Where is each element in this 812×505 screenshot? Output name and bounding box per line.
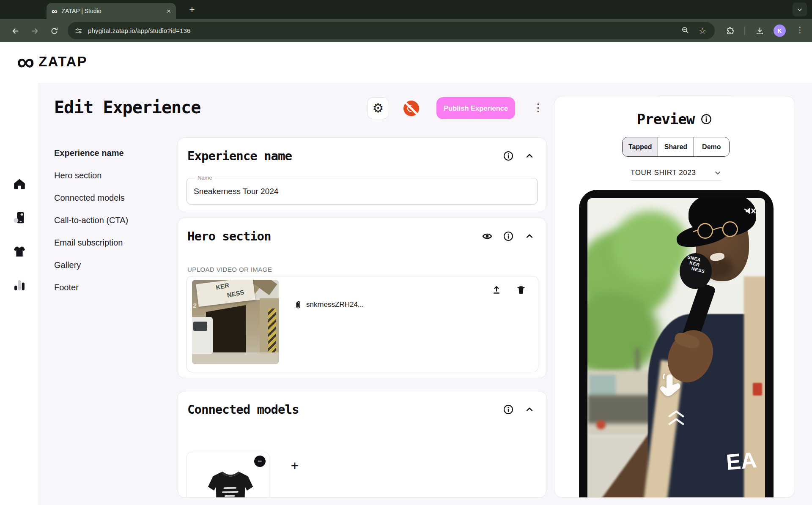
chevron-down-icon [713,169,722,177]
nav-item-gallery[interactable]: Gallery [54,254,164,276]
paperclip-icon [294,300,303,309]
remove-model-minus-icon[interactable]: − [254,456,266,467]
swipe-up-chevrons-icon [667,409,686,426]
thumb-banner-text: NESS [227,288,245,298]
model-selector-value: TOUR SHIRT 2023 [631,169,696,177]
tab-tapped[interactable]: Tapped [623,137,658,156]
experience-name-input[interactable] [194,178,509,204]
tap-disabled-alert-icon[interactable] [403,101,419,116]
section-nav: Experience name Hero section Connected m… [54,142,164,299]
zatap-logo-infinity-icon: ∞ [17,52,33,71]
hero-section-card-title: Hero section [187,229,472,243]
collapse-chevron-up-icon[interactable] [523,150,536,162]
tap-gesture-hand-icon [658,373,682,401]
nav-item-connected-models[interactable]: Connected models [54,187,164,209]
hero-video-thumbnail[interactable]: KER NESS 2 [192,280,279,364]
settings-gear-button[interactable]: ⚙ [367,97,389,119]
screen: ∞ ZATAP | Studio × + phygital.zatap.io/a… [0,0,812,505]
experience-name-card: Experience name Name [178,137,546,212]
selector-underline [631,180,722,181]
video-vest-badge [753,383,762,396]
publish-experience-button[interactable]: Publish Experience [436,97,515,119]
muted-audio-icon[interactable] [744,205,757,217]
thumb-ground [192,352,279,364]
hero-upload-box: KER NESS 2 snkrnessZRH24... [187,276,538,372]
nav-item-hero-section[interactable]: Hero section [54,164,164,187]
app-header: ∞ ZATAP ? Help & Support [0,42,812,83]
site-settings-icon[interactable] [74,27,83,35]
rail-home-icon[interactable] [12,177,27,191]
tab-close-icon[interactable]: × [167,8,171,15]
connected-model-tile[interactable]: − [187,452,269,498]
visibility-eye-icon[interactable] [481,230,494,243]
url-bar[interactable]: phygital.zatap.io/app/studio?id=136 ☆ [68,22,715,39]
back-icon[interactable] [9,25,21,37]
trash-icon[interactable] [516,285,528,297]
connected-models-card: Connected models [178,391,546,498]
nav-item-email-subscription[interactable]: Email subscription [54,232,164,254]
page-menu-kebab-icon[interactable]: ⋮ [533,102,543,113]
nav-item-experience-name[interactable]: Experience name [54,142,164,164]
tab-title: ZATAP | Studio [62,8,102,14]
thumb-hazard-pillar [268,308,276,354]
tab-shared[interactable]: Shared [658,137,694,156]
forward-icon[interactable] [29,25,41,37]
video-building-window [589,375,616,397]
downloads-icon[interactable] [754,25,765,37]
browser-toolbar: phygital.zatap.io/app/studio?id=136 ☆ K … [0,19,812,42]
bookmark-star-icon[interactable]: ☆ [699,27,706,35]
uploaded-file-name: snkrnessZRH24... [306,300,364,309]
browser-menu-kebab-icon[interactable]: ⋮ [796,26,804,34]
upload-section-label: UPLOAD VIDEO OR IMAGE [187,266,272,273]
uploaded-file-row[interactable]: snkrnessZRH24... [294,300,364,309]
rail-tap-device-icon[interactable] [12,210,27,225]
nav-item-footer[interactable]: Footer [54,276,164,299]
page-title: Edit Experience [54,98,200,117]
video-hoodie-text: EA [725,447,757,475]
info-icon[interactable] [700,113,712,125]
preview-panel: Preview Tapped Shared Demo TOUR SHIRT 20… [554,96,795,498]
info-icon[interactable] [502,403,515,416]
connected-models-card-title: Connected models [187,402,494,417]
info-icon[interactable] [502,150,515,162]
left-rail [0,83,39,505]
info-icon[interactable] [502,230,515,243]
nav-item-cta[interactable]: Call-to-action (CTA) [54,209,164,232]
tab-demo[interactable]: Demo [694,137,729,156]
model-tshirt-image [206,468,255,498]
thumb-building-number: 2 [193,302,196,309]
preview-mode-tabs: Tapped Shared Demo [622,137,730,157]
rail-analytics-icon[interactable] [12,278,27,292]
reload-icon[interactable] [48,25,60,37]
zatap-logo[interactable]: ∞ ZATAP [17,52,87,71]
hero-section-card: Hero section UPLOAD VIDEO OR IMAGE [178,218,546,378]
rail-apparel-icon[interactable] [12,244,27,259]
collapse-chevron-up-icon[interactable] [523,230,536,243]
preview-video[interactable]: SNEA KER NESS EA N [587,198,765,498]
extensions-icon[interactable] [724,25,736,37]
url-text: phygital.zatap.io/app/studio?id=136 [88,27,191,34]
thumb-banner-text: KER [215,281,230,291]
zatap-logo-text: ZATAP [38,54,87,70]
toolbar-separator [744,27,745,35]
preview-title: Preview [637,111,694,128]
experience-name-card-title: Experience name [187,149,494,163]
phone-preview-frame: SNEA KER NESS EA N [579,190,774,498]
thumb-truck [192,317,213,354]
tab-favicon-zatap-icon: ∞ [52,7,58,15]
upload-icon[interactable] [491,285,503,297]
collapse-chevron-up-icon[interactable] [523,403,536,416]
video-glasses [693,221,745,240]
model-selector-dropdown[interactable]: TOUR SHIRT 2023 [631,169,722,181]
new-tab-button[interactable]: + [186,4,198,16]
name-field: Name [187,178,538,205]
browser-profile-avatar[interactable]: K [774,25,786,37]
zoom-out-page-icon[interactable] [681,26,689,35]
video-tree [612,211,689,283]
gear-icon: ⚙ [373,102,384,115]
browser-tab-strip: ∞ ZATAP | Studio × + [0,0,812,19]
tab-search-chevron-icon[interactable] [793,3,807,16]
browser-tab[interactable]: ∞ ZATAP | Studio × [47,3,176,19]
add-model-button[interactable]: + [286,457,303,474]
